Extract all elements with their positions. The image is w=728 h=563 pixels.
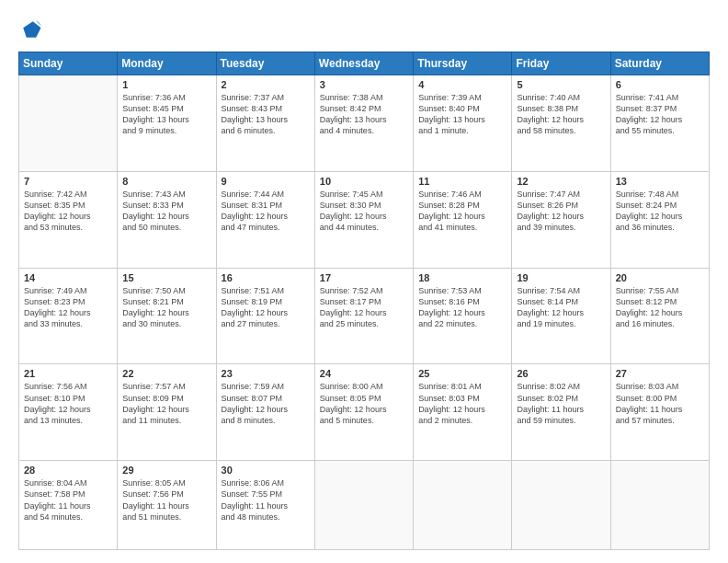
- calendar-cell: 20Sunrise: 7:55 AMSunset: 8:12 PMDayligh…: [610, 268, 709, 364]
- page: SundayMondayTuesdayWednesdayThursdayFrid…: [0, 0, 728, 563]
- day-info: Sunrise: 8:02 AMSunset: 8:02 PMDaylight:…: [517, 381, 605, 426]
- day-number: 21: [24, 368, 112, 379]
- calendar-cell: 19Sunrise: 7:54 AMSunset: 8:14 PMDayligh…: [512, 268, 610, 364]
- day-number: 8: [122, 176, 210, 187]
- day-number: 4: [418, 79, 506, 90]
- logo: [18, 17, 46, 42]
- day-info: Sunrise: 7:45 AMSunset: 8:30 PMDaylight:…: [320, 189, 408, 234]
- day-info: Sunrise: 7:46 AMSunset: 8:28 PMDaylight:…: [418, 189, 506, 234]
- day-number: 22: [122, 368, 210, 379]
- calendar-cell: 25Sunrise: 8:01 AMSunset: 8:03 PMDayligh…: [414, 364, 512, 461]
- calendar-cell: 29Sunrise: 8:05 AMSunset: 7:56 PMDayligh…: [118, 461, 216, 550]
- day-info: Sunrise: 7:55 AMSunset: 8:12 PMDaylight:…: [616, 285, 704, 330]
- svg-marker-0: [23, 21, 40, 38]
- day-info: Sunrise: 7:41 AMSunset: 8:37 PMDaylight:…: [616, 92, 704, 137]
- calendar-cell: 9Sunrise: 7:44 AMSunset: 8:31 PMDaylight…: [216, 171, 314, 268]
- day-number: 20: [616, 272, 704, 283]
- day-info: Sunrise: 8:06 AMSunset: 7:55 PMDaylight:…: [222, 477, 310, 523]
- calendar-cell: 14Sunrise: 7:49 AMSunset: 8:23 PMDayligh…: [19, 268, 118, 364]
- day-number: 5: [517, 79, 605, 90]
- calendar-cell: 10Sunrise: 7:45 AMSunset: 8:30 PMDayligh…: [314, 171, 413, 268]
- day-info: Sunrise: 7:54 AMSunset: 8:14 PMDaylight:…: [517, 285, 605, 330]
- day-info: Sunrise: 7:59 AMSunset: 8:07 PMDaylight:…: [222, 381, 310, 426]
- day-number: 27: [616, 368, 704, 379]
- day-number: 13: [616, 176, 704, 187]
- day-info: Sunrise: 7:47 AMSunset: 8:26 PMDaylight:…: [517, 189, 605, 234]
- day-number: 2: [222, 79, 310, 90]
- day-info: Sunrise: 7:57 AMSunset: 8:09 PMDaylight:…: [122, 381, 210, 426]
- weekday-header-row: SundayMondayTuesdayWednesdayThursdayFrid…: [19, 52, 710, 75]
- calendar-cell: 1Sunrise: 7:36 AMSunset: 8:45 PMDaylight…: [118, 75, 216, 172]
- weekday-header-sunday: Sunday: [19, 52, 118, 75]
- day-info: Sunrise: 7:56 AMSunset: 8:10 PMDaylight:…: [24, 381, 112, 426]
- calendar-cell: [414, 461, 512, 550]
- day-number: 15: [122, 272, 210, 283]
- calendar-cell: [512, 461, 610, 550]
- day-number: 10: [320, 176, 408, 187]
- weekday-header-friday: Friday: [512, 52, 610, 75]
- day-info: Sunrise: 8:04 AMSunset: 7:58 PMDaylight:…: [24, 477, 112, 523]
- day-info: Sunrise: 7:39 AMSunset: 8:40 PMDaylight:…: [418, 92, 506, 137]
- day-number: 11: [418, 176, 506, 187]
- calendar-cell: 11Sunrise: 7:46 AMSunset: 8:28 PMDayligh…: [414, 171, 512, 268]
- calendar-cell: 30Sunrise: 8:06 AMSunset: 7:55 PMDayligh…: [216, 461, 314, 550]
- calendar-cell: 26Sunrise: 8:02 AMSunset: 8:02 PMDayligh…: [512, 364, 610, 461]
- calendar-cell: 28Sunrise: 8:04 AMSunset: 7:58 PMDayligh…: [19, 461, 118, 550]
- day-number: 12: [517, 176, 605, 187]
- day-info: Sunrise: 8:01 AMSunset: 8:03 PMDaylight:…: [418, 381, 506, 426]
- day-info: Sunrise: 7:44 AMSunset: 8:31 PMDaylight:…: [222, 189, 310, 234]
- header: [18, 17, 710, 42]
- day-info: Sunrise: 7:52 AMSunset: 8:17 PMDaylight:…: [320, 285, 408, 330]
- calendar-week-row: 21Sunrise: 7:56 AMSunset: 8:10 PMDayligh…: [19, 364, 710, 461]
- day-info: Sunrise: 8:00 AMSunset: 8:05 PMDaylight:…: [320, 381, 408, 426]
- day-number: 19: [517, 272, 605, 283]
- calendar-cell: 16Sunrise: 7:51 AMSunset: 8:19 PMDayligh…: [216, 268, 314, 364]
- day-number: 23: [222, 368, 310, 379]
- day-number: 25: [418, 368, 506, 379]
- calendar-week-row: 28Sunrise: 8:04 AMSunset: 7:58 PMDayligh…: [19, 461, 710, 550]
- calendar-cell: [314, 461, 413, 550]
- calendar-week-row: 14Sunrise: 7:49 AMSunset: 8:23 PMDayligh…: [19, 268, 710, 364]
- day-number: 3: [320, 79, 408, 90]
- day-info: Sunrise: 7:37 AMSunset: 8:43 PMDaylight:…: [222, 92, 310, 137]
- day-number: 18: [418, 272, 506, 283]
- calendar-cell: 5Sunrise: 7:40 AMSunset: 8:38 PMDaylight…: [512, 75, 610, 172]
- logo-icon: [18, 17, 44, 42]
- weekday-header-thursday: Thursday: [414, 52, 512, 75]
- day-info: Sunrise: 7:49 AMSunset: 8:23 PMDaylight:…: [24, 285, 112, 330]
- day-info: Sunrise: 7:42 AMSunset: 8:35 PMDaylight:…: [24, 189, 112, 234]
- day-info: Sunrise: 7:38 AMSunset: 8:42 PMDaylight:…: [320, 92, 408, 137]
- calendar-cell: 3Sunrise: 7:38 AMSunset: 8:42 PMDaylight…: [314, 75, 413, 172]
- day-number: 30: [222, 465, 310, 476]
- calendar-cell: 22Sunrise: 7:57 AMSunset: 8:09 PMDayligh…: [118, 364, 216, 461]
- calendar-week-row: 7Sunrise: 7:42 AMSunset: 8:35 PMDaylight…: [19, 171, 710, 268]
- day-info: Sunrise: 7:50 AMSunset: 8:21 PMDaylight:…: [122, 285, 210, 330]
- day-number: 7: [24, 176, 112, 187]
- calendar-cell: 24Sunrise: 8:00 AMSunset: 8:05 PMDayligh…: [314, 364, 413, 461]
- day-info: Sunrise: 7:40 AMSunset: 8:38 PMDaylight:…: [517, 92, 605, 137]
- calendar-cell: 18Sunrise: 7:53 AMSunset: 8:16 PMDayligh…: [414, 268, 512, 364]
- day-info: Sunrise: 7:36 AMSunset: 8:45 PMDaylight:…: [122, 92, 210, 137]
- calendar-cell: 12Sunrise: 7:47 AMSunset: 8:26 PMDayligh…: [512, 171, 610, 268]
- weekday-header-saturday: Saturday: [610, 52, 709, 75]
- calendar-cell: 13Sunrise: 7:48 AMSunset: 8:24 PMDayligh…: [610, 171, 709, 268]
- calendar-cell: 23Sunrise: 7:59 AMSunset: 8:07 PMDayligh…: [216, 364, 314, 461]
- calendar-cell: 15Sunrise: 7:50 AMSunset: 8:21 PMDayligh…: [118, 268, 216, 364]
- day-number: 17: [320, 272, 408, 283]
- calendar-cell: 2Sunrise: 7:37 AMSunset: 8:43 PMDaylight…: [216, 75, 314, 172]
- day-number: 29: [122, 465, 210, 476]
- calendar-cell: [19, 75, 118, 172]
- calendar-table: SundayMondayTuesdayWednesdayThursdayFrid…: [18, 52, 710, 550]
- day-info: Sunrise: 8:05 AMSunset: 7:56 PMDaylight:…: [122, 477, 210, 523]
- calendar-cell: 7Sunrise: 7:42 AMSunset: 8:35 PMDaylight…: [19, 171, 118, 268]
- day-number: 16: [222, 272, 310, 283]
- day-info: Sunrise: 7:53 AMSunset: 8:16 PMDaylight:…: [418, 285, 506, 330]
- weekday-header-tuesday: Tuesday: [216, 52, 314, 75]
- day-number: 14: [24, 272, 112, 283]
- calendar-cell: 4Sunrise: 7:39 AMSunset: 8:40 PMDaylight…: [414, 75, 512, 172]
- calendar-cell: [610, 461, 709, 550]
- calendar-cell: 6Sunrise: 7:41 AMSunset: 8:37 PMDaylight…: [610, 75, 709, 172]
- day-info: Sunrise: 7:48 AMSunset: 8:24 PMDaylight:…: [616, 189, 704, 234]
- calendar-cell: 17Sunrise: 7:52 AMSunset: 8:17 PMDayligh…: [314, 268, 413, 364]
- calendar-cell: 21Sunrise: 7:56 AMSunset: 8:10 PMDayligh…: [19, 364, 118, 461]
